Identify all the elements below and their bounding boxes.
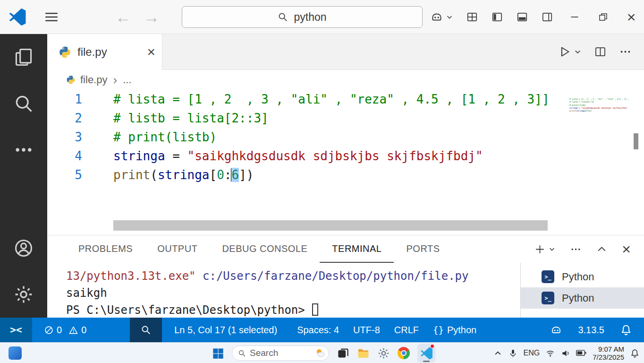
panel-tab-output[interactable]: OUTPUT [145,235,210,263]
tab-file-py[interactable]: file.py × [47,34,162,70]
chevron-right-icon: › [113,73,117,87]
customize-layout-icon[interactable] [466,11,478,23]
terminal-session-list: >_Python>_Python [520,263,644,318]
close-panel-icon[interactable]: × [622,242,631,257]
python-version-status[interactable]: 3.13.5 [578,325,604,336]
settings-gear-icon[interactable] [0,271,47,318]
menu-icon[interactable] [43,9,59,25]
minimize-button[interactable] [568,10,582,24]
terminal-output[interactable]: 13/python3.13t.exe" c:/Users/farzane/Des… [47,263,519,318]
eol-status[interactable]: CRLF [394,325,419,336]
copilot-icon[interactable] [431,11,443,23]
python-file-icon [59,46,71,59]
activity-bar [0,34,47,318]
wifi-icon[interactable] [546,349,555,358]
explorer-icon[interactable] [0,34,47,80]
new-terminal-chevron-icon[interactable] [548,245,556,253]
minimap[interactable]: # lista = [1 , 2 , 3 , "ali" , "reza" , … [569,92,630,215]
bottom-panel: PROBLEMSOUTPUTDEBUG CONSOLETERMINALPORTS… [47,235,644,318]
close-button[interactable]: × [624,10,638,24]
language-mode-status[interactable]: {} Python [433,325,476,336]
panel-header: PROBLEMSOUTPUTDEBUG CONSOLETERMINALPORTS… [47,235,644,263]
account-icon[interactable] [0,225,47,271]
back-icon[interactable]: ← [115,9,131,25]
code-line[interactable]: 2# listb = lista[2::3] [47,109,644,128]
editor-actions [546,34,644,69]
panel-tab-terminal[interactable]: TERMINAL [320,235,394,263]
toggle-panel-icon[interactable] [516,11,528,23]
line-number: 5 [47,165,89,184]
system-tray: ENG 9:07 AM 7/23/2025 [493,343,644,363]
copilot-status-icon[interactable] [551,324,562,336]
more-actions-icon[interactable] [619,45,632,58]
code-line[interactable]: 1# lista = [1 , 2 , 3 , "ali" , "reza" ,… [47,90,644,109]
breadcrumb-more[interactable]: ... [123,74,131,86]
settings-app-icon[interactable] [377,347,390,360]
tray-chevron-up-icon[interactable] [493,349,502,358]
start-button[interactable] [212,347,224,360]
task-view-icon[interactable] [337,347,349,360]
titlebar-actions: × [418,0,644,34]
search-view-icon[interactable] [0,80,47,127]
new-terminal-icon[interactable] [534,243,546,255]
problems-status[interactable]: 0 0 [44,325,86,336]
code-line[interactable]: 5print(stringa[0:6]) [47,165,644,184]
line-number: 3 [47,128,89,147]
code-lines: 1# lista = [1 , 2 , 3 , "ali" , "reza" ,… [47,90,644,184]
speaker-icon[interactable] [561,349,570,358]
vertical-scrollbar[interactable] [634,133,638,149]
horizontal-scrollbar[interactable] [113,220,548,231]
remote-indicator[interactable]: >< [0,318,32,342]
terminal-session[interactable]: >_Python [521,287,644,309]
more-views-icon[interactable] [0,127,47,173]
code-line[interactable]: 4stringa = "saikghkdgsdusdk sdjbskjbs sk… [47,147,644,165]
command-center-search[interactable]: python [182,6,423,28]
panel-more-icon[interactable] [570,243,582,255]
restore-button[interactable] [596,10,610,24]
breadcrumb-file[interactable]: file.py [80,74,107,86]
taskbar-search[interactable]: Search [232,346,329,361]
run-dropdown-chevron-icon[interactable] [574,48,582,56]
maximize-panel-icon[interactable] [596,243,608,255]
vscode-logo-icon [8,8,26,26]
vscode-window: ← → python [0,0,644,363]
chrome-icon[interactable] [398,347,410,359]
cursor-position-status[interactable]: Ln 5, Col 17 (1 selected) [174,325,277,336]
panel-tab-problems[interactable]: PROBLEMS [66,235,145,263]
tab-close-icon[interactable]: × [147,45,155,59]
run-button[interactable] [558,45,571,58]
code-line[interactable]: 3# print(listb) [47,128,644,147]
terminal-session[interactable]: >_Python [521,266,644,287]
vscode-taskbar-icon[interactable] [417,344,435,363]
active-app-indicator [423,361,430,362]
notification-center-icon[interactable] [630,349,639,358]
language-indicator[interactable]: ENG [524,349,540,357]
terminal-line: 13/python3.13t.exe" c:/Users/farzane/Des… [66,268,519,285]
split-editor-icon[interactable] [594,45,607,58]
terminal-session-label: Python [562,292,594,304]
magnifier-icon [141,325,151,335]
notifications-bell-icon[interactable] [620,324,632,336]
zoom-indicator[interactable] [130,318,162,342]
encoding-status[interactable]: UTF-8 [353,325,380,336]
microphone-icon[interactable] [508,349,517,358]
status-bar: >< 0 0 Ln 5, Col 17 (1 selected) Spaces:… [0,318,644,342]
toggle-primary-sidebar-icon[interactable] [491,11,503,23]
widgets-icon[interactable] [8,346,22,360]
taskbar-search-label: Search [250,348,311,358]
terminal-icon: >_ [542,292,554,304]
forward-icon[interactable]: → [144,9,160,25]
chevron-down-icon[interactable] [446,13,453,21]
language-label: Python [447,325,476,336]
code-editor[interactable]: 1# lista = [1 , 2 , 3 , "ali" , "reza" ,… [47,90,644,220]
panel-tab-debug-console[interactable]: DEBUG CONSOLE [210,235,320,263]
tab-label: file.py [77,45,107,59]
panel-actions: × [520,235,644,263]
battery-icon[interactable] [576,350,586,356]
indentation-status[interactable]: Spaces: 4 [297,325,339,336]
toggle-secondary-sidebar-icon[interactable] [541,11,553,23]
panel-tab-ports[interactable]: PORTS [394,235,452,263]
file-explorer-icon[interactable] [357,347,370,360]
taskbar-clock[interactable]: 9:07 AM 7/23/2025 [593,345,624,361]
error-count: 0 [57,325,62,336]
